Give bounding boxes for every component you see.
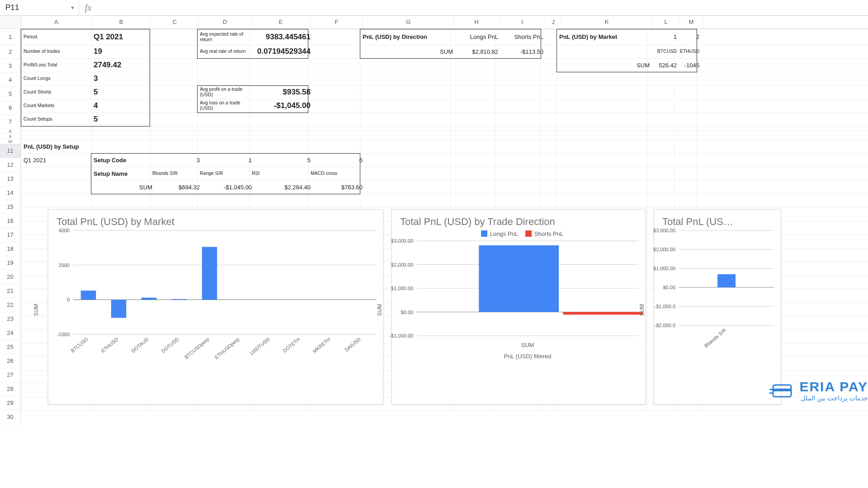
pnldir-sum-lbl: SUM xyxy=(360,45,456,58)
row-header-20[interactable]: 20 xyxy=(0,270,21,284)
chart-ylabel: SUM xyxy=(639,304,645,316)
svg-rect-39 xyxy=(563,312,643,315)
row-header-5[interactable]: 5 xyxy=(0,87,21,101)
col-header-F[interactable]: F xyxy=(311,16,363,28)
chart-title: Total PnL (USD) by Trade Direction xyxy=(400,216,637,228)
svg-text:Bbands S/R: Bbands S/R xyxy=(703,327,727,348)
svg-text:-$1,000.00: -$1,000.00 xyxy=(389,333,413,338)
chart-ylabel: SUM xyxy=(33,304,39,316)
row-header-9[interactable]: 9 xyxy=(0,134,21,139)
svg-text:2000: 2000 xyxy=(59,263,70,268)
pnlsetup-sum-lbl: SUM xyxy=(91,180,155,194)
row-header-26[interactable]: 26 xyxy=(0,354,21,368)
pnldir-longs-h: Longs PnL xyxy=(450,29,501,45)
svg-text:$0.00: $0.00 xyxy=(663,285,675,290)
col-header-L[interactable]: L xyxy=(652,16,680,28)
col-header-E[interactable]: E xyxy=(251,16,311,28)
row-header-1[interactable]: 1 xyxy=(0,29,21,45)
svg-text:DOTAUD: DOTAUD xyxy=(130,336,150,354)
svg-text:$1,000.00: $1,000.00 xyxy=(391,286,413,291)
col-header-H[interactable]: H xyxy=(454,16,500,28)
row-header-2[interactable]: 2 xyxy=(0,45,21,59)
row-header-28[interactable]: 28 xyxy=(0,382,21,396)
pnlsetup-name-1: Range S/R xyxy=(197,167,255,180)
row-header-12[interactable]: 12 xyxy=(0,158,21,172)
avg-real-label: Avg real rate of return xyxy=(197,45,255,58)
svg-rect-38 xyxy=(479,245,559,312)
pnlsetup-period: Q1 2021 xyxy=(21,153,96,167)
svg-text:$1,000.00: $1,000.00 xyxy=(653,266,675,271)
avg-profit-val: $935.58 xyxy=(249,85,313,99)
row-header-27[interactable]: 27 xyxy=(0,368,21,382)
row-header-13[interactable]: 13 xyxy=(0,172,21,186)
row-header-7[interactable]: 7 xyxy=(0,115,21,129)
svg-rect-10 xyxy=(111,300,127,318)
chart[interactable]: Total PnL (USD) by Market-2000020004000B… xyxy=(48,209,383,404)
name-box[interactable]: P11 ▼ xyxy=(0,0,79,15)
row-header-10[interactable]: 10 xyxy=(0,139,21,144)
row-header-25[interactable]: 25 xyxy=(0,340,21,354)
pnlsetup-name-3: MACD cross xyxy=(308,167,365,180)
col-header-I[interactable]: I xyxy=(500,16,545,28)
col-header-G[interactable]: G xyxy=(363,16,454,28)
row-header-14[interactable]: 14 xyxy=(0,186,21,200)
row-header-15[interactable]: 15 xyxy=(0,200,21,214)
stat-value-cmarkets: 4 xyxy=(91,99,155,113)
svg-text:$3,000.00: $3,000.00 xyxy=(391,238,413,244)
row-header-21[interactable]: 21 xyxy=(0,284,21,298)
row-header-11[interactable]: 11 xyxy=(0,144,21,158)
pnlsetup-heading: PnL (USD) by Setup xyxy=(21,140,155,153)
svg-rect-12 xyxy=(142,298,157,300)
select-all-corner[interactable] xyxy=(0,16,21,28)
pnlsetup-sum-1: -$1,045.00 xyxy=(197,180,255,194)
chart[interactable]: Total PnL (USD) by Trade DirectionLongs … xyxy=(392,209,646,404)
svg-text:-$1,000.0: -$1,000.0 xyxy=(655,304,675,309)
row-header-29[interactable]: 29 xyxy=(0,396,21,410)
col-header-M[interactable]: M xyxy=(680,16,703,28)
pnlmkt-eth: ETHUSD xyxy=(674,45,702,58)
row-header-23[interactable]: 23 xyxy=(0,312,21,326)
stat-label-pl: Profit/Loss Total xyxy=(21,58,96,72)
pnldir-shorts-v: -$113.50 xyxy=(495,45,546,58)
pnlsetup-code-3: 6 xyxy=(308,153,365,167)
col-header-C[interactable]: C xyxy=(151,16,199,28)
svg-text:-$2,000.0: -$2,000.0 xyxy=(655,323,675,328)
pnlmkt-v2: -1045 xyxy=(674,58,702,72)
svg-text:PnL (USD) filtered: PnL (USD) filtered xyxy=(504,353,552,360)
col-header-A[interactable]: A xyxy=(21,16,92,28)
avg-loss-label: Avg loss on a trade (USD) xyxy=(197,99,255,113)
row-header-24[interactable]: 24 xyxy=(0,326,21,340)
svg-text:MKRETH: MKRETH xyxy=(311,336,331,354)
row-header-6[interactable]: 6 xyxy=(0,101,21,115)
row-header-16[interactable]: 16 xyxy=(0,214,21,228)
row-header-19[interactable]: 19 xyxy=(0,256,21,270)
pnlsetup-code-lbl: Setup Code xyxy=(91,153,155,167)
row-header-18[interactable]: 18 xyxy=(0,242,21,256)
stat-value-clongs: 3 xyxy=(91,72,155,85)
row-header-22[interactable]: 22 xyxy=(0,298,21,312)
svg-text:DOTUSD: DOTUSD xyxy=(160,336,179,354)
col-header-D[interactable]: D xyxy=(199,16,251,28)
row-header-3[interactable]: 3 xyxy=(0,59,21,73)
chart-title: Total PnL (US… xyxy=(662,216,773,228)
chart[interactable]: Total PnL (US…-$2,000.0-$1,000.0$0.00$1,… xyxy=(654,209,781,404)
spreadsheet-grid[interactable]: PeriodQ1 2021Number of trades19Profit/Lo… xyxy=(21,29,868,411)
chevron-down-icon: ▼ xyxy=(70,5,75,10)
stat-value-ntrades: 19 xyxy=(91,45,155,58)
stat-value-cshorts: 5 xyxy=(91,85,155,99)
svg-rect-16 xyxy=(202,247,217,300)
col-header-B[interactable]: B xyxy=(92,16,151,28)
svg-text:$2,000.00: $2,000.00 xyxy=(653,247,675,252)
svg-text:DOTETH: DOTETH xyxy=(282,336,301,353)
chart-title: Total PnL (USD) by Market xyxy=(57,216,375,228)
pnldir-shorts-h: Shorts PnL xyxy=(495,29,546,45)
row-header-30[interactable]: 30 xyxy=(0,410,21,424)
svg-rect-54 xyxy=(717,274,736,287)
row-header-4[interactable]: 4 xyxy=(0,73,21,87)
col-header-J[interactable]: J xyxy=(545,16,561,28)
row-header-17[interactable]: 17 xyxy=(0,228,21,242)
pnlmkt-heading: PnL (USD) by Market xyxy=(557,29,652,45)
svg-rect-14 xyxy=(172,299,187,300)
col-header-K[interactable]: K xyxy=(561,16,652,28)
row-header-8[interactable]: 8 xyxy=(0,129,21,134)
